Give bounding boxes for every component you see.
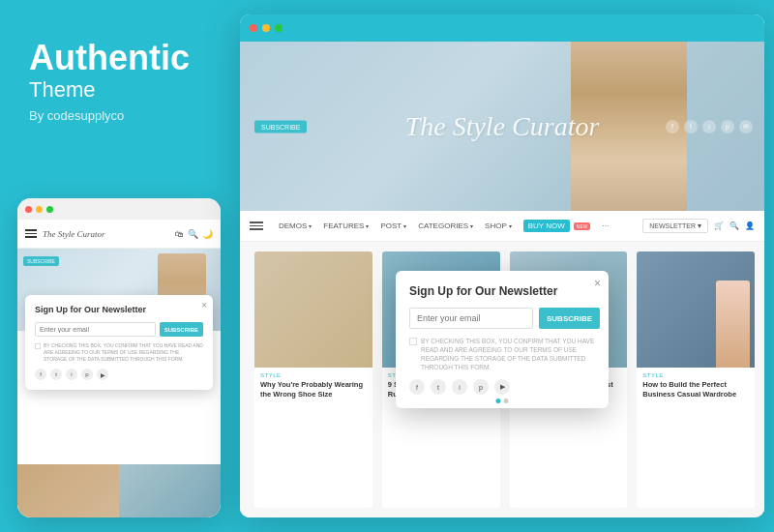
brand-by: By codesupplyco [29,108,203,123]
left-panel: Authentic Theme By codesupplyco The Styl… [0,0,232,532]
nav-cart-icon[interactable]: 🛒 [714,222,724,230]
mobile-blog-strip [17,464,221,517]
dots-indicator [496,399,509,403]
mobile-checkbox-row: BY CHECKING THIS BOX, YOU CONFIRM THAT Y… [35,342,203,363]
desktop-hamburger-icon[interactable] [250,222,263,230]
desktop-dot-red [250,24,257,32]
mobile-subscribe-button[interactable]: SUBSCRIBE [160,322,203,337]
mobile-nav-icons: 🛍 🔍 🌙 [175,229,213,239]
desktop-top-bar [240,15,764,42]
desktop-nav-items: DEMOS ▾ FEATURES ▾ POST ▾ CATEGORIES ▾ S… [273,220,642,232]
desktop-modal-title: Sign Up for Our Newsletter [409,284,595,298]
mobile-terms-text: BY CHECKING THIS BOX, YOU CONFIRM THAT Y… [44,342,203,363]
desktop-nav-right: NEWSLETTER ▾ 🛒 🔍 👤 [642,219,755,233]
mobile-hero-badge[interactable]: SUBSCRIBE [23,256,59,266]
nav-search-icon[interactable]: 🔍 [729,222,739,230]
mobile-dot-red [25,206,32,213]
blog-card-category-4: STYLE [637,368,755,380]
nav-item-features[interactable]: FEATURES ▾ [317,220,374,232]
desktop-mockup: SUBSCRIBE The Style Curator f t i p ✉ DE… [240,15,764,517]
desktop-social-row: f t i p ▶ [409,379,595,395]
desktop-checkbox-row: BY CHECKING THIS BOX, YOU CONFIRM THAT Y… [409,337,595,371]
desktop-modal-close-button[interactable]: × [594,277,601,290]
nav-item-more[interactable]: ··· [596,220,614,232]
mobile-modal-title: Sign Up for Our Newsletter [35,305,203,314]
desktop-subscribe-button[interactable]: SUBSCRIBE [539,308,600,329]
desktop-dot-green [275,24,283,32]
mobile-hamburger-icon[interactable] [25,229,37,238]
desktop-nav: DEMOS ▾ FEATURES ▾ POST ▾ CATEGORIES ▾ S… [240,211,764,242]
mobile-moon-icon[interactable]: 🌙 [202,229,213,239]
desktop-facebook-icon[interactable]: f [409,379,425,395]
mobile-facebook-icon[interactable]: f [35,369,46,380]
desktop-hero-logo: The Style Curator [405,111,600,142]
mobile-twitter-icon[interactable]: t [50,369,62,380]
desktop-hero: SUBSCRIBE The Style Curator f t i p ✉ [240,42,764,211]
mobile-youtube-icon[interactable]: ▶ [97,369,108,380]
mobile-pinterest-icon[interactable]: p [81,369,93,380]
nav-item-demos[interactable]: DEMOS ▾ [273,220,317,232]
mobile-email-row: SUBSCRIBE [35,322,203,337]
mobile-blog-item-1 [17,464,119,517]
desktop-newsletter-modal: × Sign Up for Our Newsletter SUBSCRIBE B… [396,271,609,408]
mobile-top-bar [17,198,221,220]
mobile-newsletter-modal: × Sign Up for Our Newsletter SUBSCRIBE B… [25,295,213,390]
desktop-youtube-icon[interactable]: ▶ [494,379,510,395]
hero-instagram-icon[interactable]: i [702,120,716,133]
desktop-hero-badge[interactable]: SUBSCRIBE [254,120,307,133]
brand-subtitle: Theme [29,77,203,103]
blog-card-category-1: STYLE [254,368,372,380]
mobile-mockup: The Style Curator 🛍 🔍 🌙 SUBSCRIBE × Sign… [17,198,221,517]
blog-card-4[interactable]: STYLE How to Build the Perfect Business … [637,251,755,508]
nav-item-categories[interactable]: CATEGORIES ▾ [412,220,479,232]
mobile-logo: The Style Curator [43,229,105,239]
brand-title: Authentic [29,39,203,77]
hero-pinterest-icon[interactable]: p [721,120,734,133]
blog-card-1[interactable]: STYLE Why You're Probably Wearing the Wr… [254,251,372,508]
mobile-modal-close-button[interactable]: × [201,300,207,310]
hero-facebook-icon[interactable]: f [666,120,679,133]
nav-item-post[interactable]: POST ▾ [374,220,412,232]
mobile-instagram-icon[interactable]: i [66,369,77,380]
dot-1 [496,399,501,403]
desktop-terms-text: BY CHECKING THIS BOX, YOU CONFIRM THAT Y… [421,337,595,371]
mobile-bag-icon[interactable]: 🛍 [175,229,184,239]
mobile-blog-item-2 [119,464,221,517]
mobile-email-input[interactable] [35,322,156,337]
blog-card-img-1 [254,251,372,368]
blog-card-img-4 [637,251,755,368]
nav-newsletter-button[interactable]: NEWSLETTER ▾ [642,219,708,233]
hero-email-icon[interactable]: ✉ [739,120,753,133]
desktop-dot-yellow [262,24,270,32]
desktop-terms-checkbox[interactable] [409,338,417,345]
desktop-email-row: SUBSCRIBE [409,308,595,329]
nav-user-icon[interactable]: 👤 [745,222,755,230]
blog-card-title-4: How to Build the Perfect Business Casual… [637,380,755,403]
desktop-twitter-icon[interactable]: t [431,379,446,395]
blog-card-title-1: Why You're Probably Wearing the Wrong Sh… [254,380,372,403]
mobile-nav-left: The Style Curator [25,229,105,239]
desktop-email-input[interactable] [409,308,533,329]
desktop-pinterest-icon[interactable]: p [473,379,489,395]
dot-2 [504,399,509,403]
mobile-social-row: f t i p ▶ [35,369,203,380]
mobile-dot-yellow [36,206,43,213]
hero-twitter-icon[interactable]: t [684,120,698,133]
mobile-dot-green [46,206,53,213]
nav-item-buy-now[interactable]: BUY NOW NEW [518,220,597,232]
desktop-instagram-icon[interactable]: i [452,379,467,395]
mobile-nav: The Style Curator 🛍 🔍 🌙 [17,220,221,249]
desktop-hero-social: f t i p ✉ [666,120,753,133]
nav-item-shop[interactable]: SHOP ▾ [479,220,518,232]
desktop-blog-grid: × Sign Up for Our Newsletter SUBSCRIBE B… [240,242,764,517]
mobile-terms-checkbox[interactable] [35,343,41,349]
mobile-search-icon[interactable]: 🔍 [188,229,198,239]
